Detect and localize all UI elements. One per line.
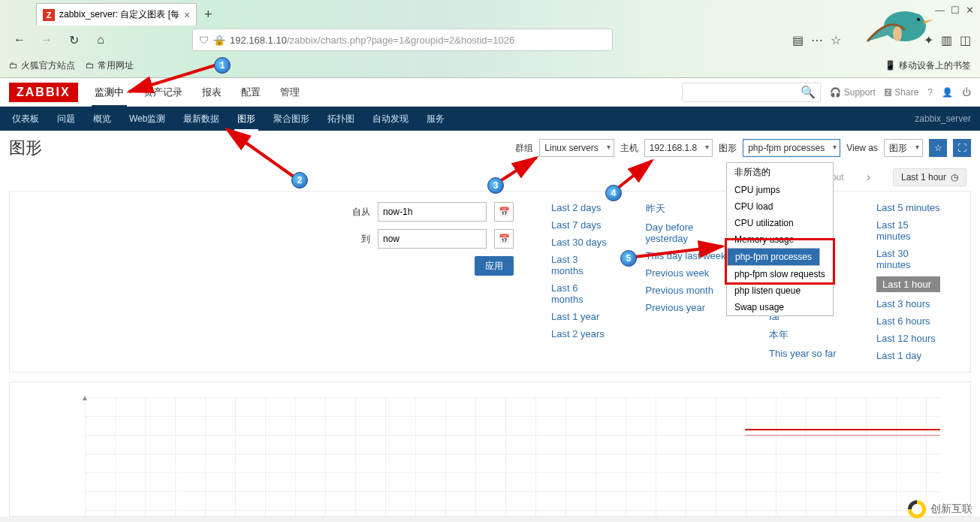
favorite-button[interactable]: ☆ xyxy=(929,139,947,157)
sidebar-icon[interactable]: ◫ xyxy=(960,33,971,47)
range-link[interactable]: Last 30 days xyxy=(551,237,608,248)
host-select[interactable]: 192.168.1.8▾ xyxy=(644,139,713,157)
dropdown-option[interactable]: php listen queue xyxy=(727,282,833,299)
range-col-4: Last 5 minutesLast 15 minutesLast 30 min… xyxy=(876,202,940,361)
zabbix-top-nav: ZABBIX 监测中 资产记录 报表 配置 管理 🔍 🎧Support ZSha… xyxy=(0,78,980,107)
main-tab-reports[interactable]: 报表 xyxy=(199,78,225,107)
main-tab-administration[interactable]: 管理 xyxy=(277,78,303,107)
graph-dropdown-menu[interactable]: 非所选的CPU jumpsCPU loadCPU utilizationMemo… xyxy=(726,162,834,316)
browser-theme-bird xyxy=(822,0,935,53)
range-link[interactable]: Day before yesterday xyxy=(646,222,731,244)
graph-select[interactable]: php-fpm processes▾ xyxy=(743,139,840,157)
user-icon[interactable]: 👤 xyxy=(942,87,953,98)
share-link[interactable]: ZShare xyxy=(885,87,919,98)
dropdown-option[interactable]: 非所选的 xyxy=(727,163,833,182)
sub-tab-web[interactable]: Web监测 xyxy=(126,107,168,131)
sub-tab-dashboard[interactable]: 仪表板 xyxy=(9,107,42,131)
range-link[interactable]: Last 1 day xyxy=(876,350,940,361)
time-next-icon[interactable]: › xyxy=(867,170,870,184)
bookmark-item[interactable]: 🗀火狐官方站点 xyxy=(9,59,75,72)
sub-tab-graphs[interactable]: 图形 xyxy=(234,107,258,131)
viewas-label: View as xyxy=(846,143,878,153)
dropdown-option[interactable]: Memory usage xyxy=(727,231,833,248)
window-minimize-icon[interactable]: — xyxy=(935,5,945,16)
range-link[interactable]: Last 15 minutes xyxy=(876,219,940,242)
sub-tab-latest[interactable]: 最新数据 xyxy=(180,107,222,131)
sub-tab-services[interactable]: 服务 xyxy=(424,107,448,131)
range-link[interactable]: 本年 xyxy=(769,328,839,342)
range-link[interactable]: Last 30 minutes xyxy=(876,248,940,270)
sub-tab-overview[interactable]: 概览 xyxy=(90,107,114,131)
bookmark-item[interactable]: 🗀常用网址 xyxy=(86,59,134,72)
library-icon[interactable]: ▥ xyxy=(941,33,952,47)
range-link[interactable]: Previous year xyxy=(646,302,731,313)
global-search[interactable]: 🔍 xyxy=(682,83,821,102)
apply-button[interactable]: 应用 xyxy=(475,256,514,276)
range-link[interactable]: Last 3 hours xyxy=(876,298,940,309)
nav-home-icon[interactable]: ⌂ xyxy=(90,29,111,50)
range-link[interactable]: Last 6 months xyxy=(551,282,608,305)
reader-icon[interactable]: ▤ xyxy=(792,33,804,47)
from-input[interactable] xyxy=(378,202,487,222)
watermark-logo-icon xyxy=(908,500,926,518)
range-link[interactable]: Last 1 hour xyxy=(882,279,931,290)
range-link[interactable]: 昨天 xyxy=(646,202,731,216)
range-link[interactable]: Previous month xyxy=(646,285,731,296)
shield-icon: 🛡 xyxy=(199,35,209,46)
range-link[interactable]: Last 2 years xyxy=(551,328,608,339)
new-tab-button[interactable]: + xyxy=(197,3,219,26)
range-link[interactable]: Last 5 minutes xyxy=(876,202,940,213)
svg-marker-3 xyxy=(924,20,933,24)
axis-arrow: ▲ xyxy=(81,394,89,402)
url-bar[interactable]: 🛡 🔒 192.168.1.10/zabbix/charts.php?page=… xyxy=(192,29,613,51)
group-select[interactable]: Linux servers▾ xyxy=(539,139,614,157)
range-link[interactable]: Last 2 days xyxy=(551,202,608,213)
search-icon[interactable]: 🔍 xyxy=(801,85,816,99)
search-input[interactable] xyxy=(687,87,801,98)
nav-forward-icon[interactable]: → xyxy=(36,29,57,50)
group-label: 群组 xyxy=(515,142,533,155)
fullscreen-button[interactable]: ⛶ xyxy=(953,139,971,157)
from-label: 自从 xyxy=(340,206,370,219)
sub-tab-discovery[interactable]: 自动发现 xyxy=(369,107,412,131)
calendar-icon[interactable]: 📅 xyxy=(494,202,514,222)
nav-back-icon[interactable]: ← xyxy=(9,29,30,50)
main-tab-inventory[interactable]: 资产记录 xyxy=(140,78,185,107)
dropdown-option[interactable]: CPU jumps xyxy=(727,182,833,198)
dropdown-option[interactable]: CPU load xyxy=(727,198,833,215)
window-close-icon[interactable]: ✕ xyxy=(966,5,974,16)
browser-tab[interactable]: Z zabbix_server: 自定义图表 [每 × xyxy=(36,3,197,26)
dropdown-option[interactable]: php-fpm slow requests xyxy=(727,266,833,282)
range-link[interactable]: Last 7 days xyxy=(551,219,608,231)
range-link[interactable]: Last 12 hours xyxy=(876,333,940,344)
support-link[interactable]: 🎧Support xyxy=(830,87,876,98)
power-icon[interactable]: ⏻ xyxy=(962,87,971,98)
to-input[interactable] xyxy=(378,229,487,249)
range-link[interactable]: Last 6 hours xyxy=(876,315,940,327)
main-tab-configuration[interactable]: 配置 xyxy=(238,78,264,107)
dropdown-option[interactable]: CPU utilization xyxy=(727,215,833,231)
annotation-badge-1: 1 xyxy=(214,57,231,74)
help-icon[interactable]: ? xyxy=(927,87,933,98)
range-link[interactable]: This year so far xyxy=(769,348,839,359)
calendar-icon[interactable]: 📅 xyxy=(494,229,514,249)
nav-reload-icon[interactable]: ↻ xyxy=(63,29,84,50)
dropdown-option[interactable]: Swap usage xyxy=(727,299,833,315)
sub-tab-screens[interactable]: 聚合图形 xyxy=(270,107,312,131)
host-label: 主机 xyxy=(620,142,638,155)
zabbix-logo[interactable]: ZABBIX xyxy=(9,83,78,102)
range-link[interactable]: Last 1 year xyxy=(551,311,608,322)
range-link[interactable]: Previous week xyxy=(646,267,731,279)
viewas-select[interactable]: 图形▾ xyxy=(884,139,923,157)
range-link[interactable]: This day last week xyxy=(646,250,731,261)
more-icon[interactable]: ⋯ xyxy=(811,33,823,47)
time-range-selector[interactable]: Last 1 hour ◷ xyxy=(893,168,966,186)
main-tab-monitoring[interactable]: 监测中 xyxy=(92,78,127,107)
range-link[interactable]: Last 3 months xyxy=(551,254,608,276)
tab-close-icon[interactable]: × xyxy=(184,9,190,21)
sub-tab-maps[interactable]: 拓扑图 xyxy=(324,107,357,131)
sub-tab-problems[interactable]: 问题 xyxy=(54,107,78,131)
dropdown-option[interactable]: php-fpm processes xyxy=(727,248,820,266)
mobile-bookmarks[interactable]: 📱移动设备上的书签 xyxy=(885,59,971,72)
window-maximize-icon[interactable]: ☐ xyxy=(951,5,960,16)
